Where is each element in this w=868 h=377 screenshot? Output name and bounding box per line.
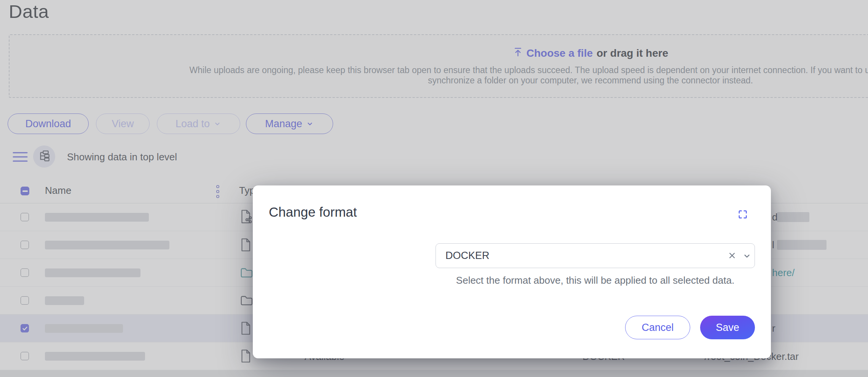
change-format-modal: Change format DOCKER Select t (253, 185, 771, 358)
cancel-button[interactable]: Cancel (625, 316, 690, 339)
format-select[interactable]: DOCKER (436, 243, 755, 268)
format-select-value: DOCKER (445, 250, 490, 262)
fullscreen-icon (737, 215, 748, 221)
expand-modal-button[interactable] (737, 209, 748, 220)
save-label: Save (716, 322, 739, 334)
format-helper-text: Select the format above, this will be ap… (436, 275, 755, 286)
save-button[interactable]: Save (700, 316, 755, 339)
clear-selection-button[interactable] (727, 251, 737, 261)
data-page: Data Choose a file or drag it here While… (0, 0, 868, 377)
modal-title: Change format (269, 204, 357, 220)
close-icon (728, 256, 737, 261)
chevron-down-icon (742, 256, 752, 262)
cancel-label: Cancel (641, 322, 673, 334)
select-dropdown-button[interactable] (742, 251, 752, 261)
